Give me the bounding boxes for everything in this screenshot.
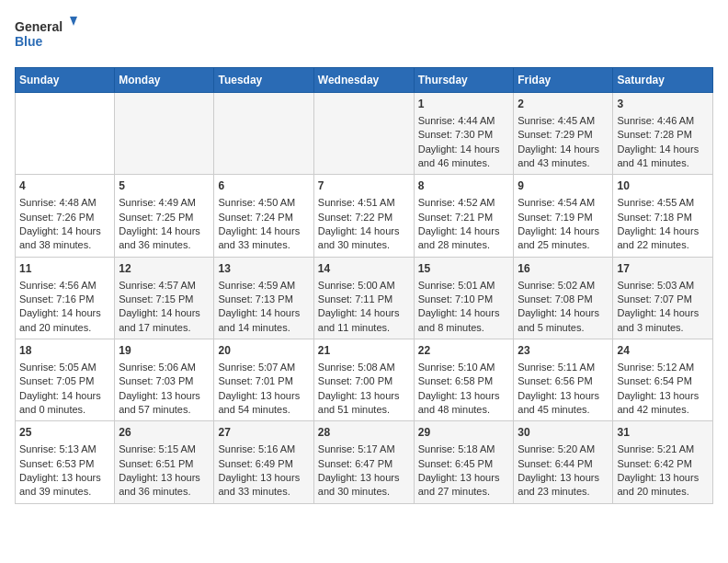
day-info: Sunrise: 4:48 AM: [19, 196, 110, 210]
day-info: Daylight: 14 hours and 46 minutes.: [418, 143, 510, 171]
day-info: Sunset: 7:25 PM: [119, 211, 210, 224]
day-info: Daylight: 13 hours and 51 minutes.: [318, 389, 410, 418]
day-info: Daylight: 13 hours and 33 minutes.: [218, 471, 309, 500]
day-info: Sunrise: 4:51 AM: [318, 196, 410, 210]
day-info: Daylight: 14 hours and 11 minutes.: [318, 306, 410, 335]
calendar-cell: 16Sunrise: 5:02 AMSunset: 7:08 PMDayligh…: [514, 257, 613, 339]
logo: General Blue: [15, 15, 79, 56]
day-info: Sunrise: 5:06 AM: [119, 361, 210, 374]
day-info: Sunset: 7:13 PM: [218, 293, 309, 306]
calendar-cell: 25Sunrise: 5:13 AMSunset: 6:53 PMDayligh…: [16, 421, 115, 503]
day-info: Sunrise: 5:17 AM: [318, 442, 410, 456]
day-info: Sunrise: 5:21 AM: [617, 442, 709, 456]
day-info: Sunset: 7:30 PM: [418, 128, 510, 142]
day-info: Daylight: 14 hours and 28 minutes.: [418, 224, 510, 253]
day-info: Daylight: 13 hours and 30 minutes.: [318, 471, 410, 500]
day-info: Sunrise: 4:46 AM: [617, 114, 709, 128]
col-header-friday: Friday: [514, 68, 613, 93]
calendar-cell: 30Sunrise: 5:20 AMSunset: 6:44 PMDayligh…: [514, 421, 613, 503]
day-info: Sunrise: 5:03 AM: [617, 279, 709, 293]
day-info: Sunset: 6:42 PM: [617, 457, 709, 471]
day-info: Sunrise: 5:13 AM: [19, 442, 110, 456]
day-info: Sunset: 6:54 PM: [617, 374, 709, 388]
calendar-cell: 2Sunrise: 4:45 AMSunset: 7:29 PMDaylight…: [514, 93, 613, 175]
day-number: 24: [617, 343, 709, 359]
day-info: Daylight: 14 hours and 30 minutes.: [318, 224, 410, 253]
day-info: Daylight: 13 hours and 45 minutes.: [518, 389, 609, 418]
day-info: Daylight: 14 hours and 33 minutes.: [218, 224, 309, 253]
logo-svg: General Blue: [15, 15, 79, 56]
day-info: Sunset: 7:11 PM: [318, 293, 410, 306]
day-number: 7: [318, 178, 410, 194]
col-header-wednesday: Wednesday: [313, 68, 414, 93]
calendar-cell: 19Sunrise: 5:06 AMSunset: 7:03 PMDayligh…: [115, 339, 214, 421]
calendar-cell: [115, 93, 214, 175]
day-number: 23: [518, 343, 609, 359]
day-info: Sunset: 7:29 PM: [518, 128, 609, 142]
calendar-cell: 28Sunrise: 5:17 AMSunset: 6:47 PMDayligh…: [313, 421, 414, 503]
day-number: 6: [218, 178, 309, 194]
svg-text:General: General: [15, 19, 63, 34]
calendar-cell: 8Sunrise: 4:52 AMSunset: 7:21 PMDaylight…: [414, 175, 514, 257]
day-number: 1: [418, 97, 510, 112]
day-info: Sunset: 6:44 PM: [518, 457, 609, 471]
col-header-monday: Monday: [115, 68, 214, 93]
calendar-cell: 11Sunrise: 4:56 AMSunset: 7:16 PMDayligh…: [16, 257, 115, 339]
day-info: Sunset: 7:15 PM: [119, 293, 210, 306]
calendar-cell: 10Sunrise: 4:55 AMSunset: 7:18 PMDayligh…: [613, 175, 713, 257]
calendar-cell: [16, 93, 115, 175]
day-info: Sunset: 6:45 PM: [418, 457, 510, 471]
calendar-cell: 24Sunrise: 5:12 AMSunset: 6:54 PMDayligh…: [613, 339, 713, 421]
day-info: Daylight: 14 hours and 17 minutes.: [119, 306, 210, 335]
day-info: Sunset: 6:49 PM: [218, 457, 309, 471]
day-info: Daylight: 14 hours and 8 minutes.: [418, 306, 510, 335]
calendar-cell: 22Sunrise: 5:10 AMSunset: 6:58 PMDayligh…: [414, 339, 514, 421]
day-number: 15: [418, 261, 510, 277]
day-info: Daylight: 14 hours and 14 minutes.: [218, 306, 309, 335]
day-info: Sunrise: 5:05 AM: [19, 361, 110, 374]
calendar-cell: 23Sunrise: 5:11 AMSunset: 6:56 PMDayligh…: [514, 339, 613, 421]
calendar-cell: [214, 93, 313, 175]
day-number: 14: [318, 261, 410, 277]
day-info: Sunset: 7:21 PM: [418, 211, 510, 224]
day-number: 16: [518, 261, 609, 277]
day-info: Sunset: 7:16 PM: [19, 293, 110, 306]
day-number: 18: [19, 343, 110, 359]
day-info: Sunset: 6:58 PM: [418, 374, 510, 388]
day-info: Sunset: 7:24 PM: [218, 211, 309, 224]
calendar-cell: 26Sunrise: 5:15 AMSunset: 6:51 PMDayligh…: [115, 421, 214, 503]
day-info: Sunset: 7:22 PM: [318, 211, 410, 224]
day-info: Sunrise: 4:54 AM: [518, 196, 609, 210]
day-info: Sunset: 7:19 PM: [518, 211, 609, 224]
calendar-cell: 21Sunrise: 5:08 AMSunset: 7:00 PMDayligh…: [313, 339, 414, 421]
day-info: Sunset: 7:26 PM: [19, 211, 110, 224]
day-info: Sunrise: 5:10 AM: [418, 361, 510, 374]
day-info: Daylight: 14 hours and 22 minutes.: [617, 224, 709, 253]
day-info: Sunset: 6:53 PM: [19, 457, 110, 471]
day-info: Sunrise: 4:44 AM: [418, 114, 510, 128]
day-info: Sunrise: 5:08 AM: [318, 361, 410, 374]
day-info: Sunset: 7:00 PM: [318, 374, 410, 388]
day-info: Sunrise: 5:00 AM: [318, 279, 410, 293]
calendar-cell: 27Sunrise: 5:16 AMSunset: 6:49 PMDayligh…: [214, 421, 313, 503]
day-number: 17: [617, 261, 709, 277]
calendar-cell: 13Sunrise: 4:59 AMSunset: 7:13 PMDayligh…: [214, 257, 313, 339]
calendar-cell: 9Sunrise: 4:54 AMSunset: 7:19 PMDaylight…: [514, 175, 613, 257]
day-info: Sunrise: 4:57 AM: [119, 279, 210, 293]
day-number: 27: [218, 425, 309, 441]
day-number: 3: [617, 97, 709, 112]
day-info: Sunrise: 4:55 AM: [617, 196, 709, 210]
day-info: Sunrise: 5:02 AM: [518, 279, 609, 293]
day-info: Daylight: 13 hours and 48 minutes.: [418, 389, 510, 418]
day-number: 20: [218, 343, 309, 359]
day-info: Sunrise: 5:11 AM: [518, 361, 609, 374]
day-info: Sunset: 7:18 PM: [617, 211, 709, 224]
day-info: Daylight: 14 hours and 3 minutes.: [617, 306, 709, 335]
day-number: 29: [418, 425, 510, 441]
svg-marker-2: [70, 17, 77, 26]
calendar-cell: 6Sunrise: 4:50 AMSunset: 7:24 PMDaylight…: [214, 175, 313, 257]
day-info: Sunrise: 4:49 AM: [119, 196, 210, 210]
col-header-tuesday: Tuesday: [214, 68, 313, 93]
day-number: 21: [318, 343, 410, 359]
calendar-cell: 5Sunrise: 4:49 AMSunset: 7:25 PMDaylight…: [115, 175, 214, 257]
